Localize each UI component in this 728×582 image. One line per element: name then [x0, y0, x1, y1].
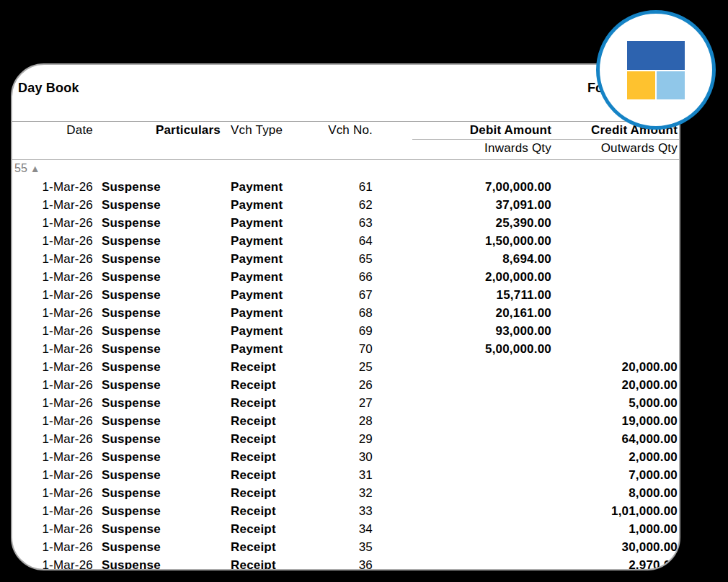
table-row[interactable]: 1-Mar-26 Suspense Receipt 28 19,000.00 [12, 412, 679, 430]
cell-vch-type: Receipt [221, 520, 321, 538]
table-row[interactable]: 1-Mar-26 Suspense Payment 70 5,00,000.00 [12, 340, 679, 358]
cell-debit-amount [373, 538, 551, 556]
table-header-row: Date Particulars Vch Type Vch No. Debit … [12, 122, 679, 138]
table-row[interactable]: 1-Mar-26 Suspense Receipt 35 30,000.00 [12, 538, 679, 556]
cell-debit-amount [373, 358, 551, 376]
table-row[interactable]: 1-Mar-26 Suspense Receipt 31 7,000.00 [12, 466, 679, 484]
cell-date: 1-Mar-26 [12, 394, 93, 412]
cell-credit-amount [551, 196, 679, 214]
table-row[interactable]: 1-Mar-26 Suspense Receipt 32 8,000.00 [12, 484, 679, 502]
cell-particulars: Suspense [93, 412, 221, 430]
table-row[interactable]: 1-Mar-26 Suspense Receipt 36 2,970.00 [12, 556, 679, 570]
cell-debit-amount [373, 448, 551, 466]
cell-date: 1-Mar-26 [12, 358, 93, 376]
cell-date: 1-Mar-26 [12, 214, 93, 232]
cell-particulars: Suspense [93, 520, 221, 538]
column-header-particulars: Particulars [93, 122, 221, 138]
cell-vch-no: 66 [321, 268, 373, 286]
cell-particulars: Suspense [93, 466, 221, 484]
cell-vch-type: Payment [221, 268, 321, 286]
cell-particulars: Suspense [93, 250, 221, 268]
cell-vch-no: 64 [321, 232, 373, 250]
title-separator-line [12, 121, 679, 122]
cell-debit-amount [373, 394, 551, 412]
cell-vch-type: Payment [221, 178, 321, 196]
column-header-date: Date [12, 122, 93, 138]
header-bottom-line [12, 159, 679, 160]
cell-vch-no: 28 [321, 412, 373, 430]
table-row[interactable]: 1-Mar-26 Suspense Payment 69 93,000.00 [12, 322, 679, 340]
table-row[interactable]: 1-Mar-26 Suspense Receipt 25 20,000.00 [12, 358, 679, 376]
cell-vch-type: Receipt [221, 538, 321, 556]
cell-vch-no: 26 [321, 376, 373, 394]
cell-particulars: Suspense [93, 430, 221, 448]
table-row[interactable]: 1-Mar-26 Suspense Receipt 30 2,000.00 [12, 448, 679, 466]
cell-particulars: Suspense [93, 268, 221, 286]
cell-credit-amount [551, 286, 679, 304]
cell-debit-amount: 37,091.00 [373, 196, 551, 214]
cell-credit-amount: 8,000.00 [551, 484, 679, 502]
cell-debit-amount [373, 466, 551, 484]
cell-debit-amount [373, 556, 551, 570]
cell-debit-amount: 25,390.00 [373, 214, 551, 232]
cell-vch-type: Receipt [221, 412, 321, 430]
cell-credit-amount [551, 268, 679, 286]
cell-vch-type: Receipt [221, 376, 321, 394]
cell-debit-amount [373, 430, 551, 448]
table-row[interactable]: 1-Mar-26 Suspense Payment 64 1,50,000.00 [12, 232, 679, 250]
cell-date: 1-Mar-26 [12, 304, 93, 322]
table-row[interactable]: 1-Mar-26 Suspense Receipt 27 5,000.00 [12, 394, 679, 412]
amount-header-underline [412, 139, 679, 140]
cell-particulars: Suspense [93, 214, 221, 232]
cell-credit-amount [551, 214, 679, 232]
cell-vch-type: Payment [221, 196, 321, 214]
cell-vch-type: Receipt [221, 358, 321, 376]
cell-date: 1-Mar-26 [12, 430, 93, 448]
cell-particulars: Suspense [93, 232, 221, 250]
cell-date: 1-Mar-26 [12, 466, 93, 484]
cell-vch-type: Payment [221, 322, 321, 340]
cell-debit-amount: 1,50,000.00 [373, 232, 551, 250]
tally-logo-badge [596, 10, 716, 130]
cell-credit-amount: 2,970.00 [551, 556, 679, 570]
cell-particulars: Suspense [93, 322, 221, 340]
cell-credit-amount [551, 304, 679, 322]
cell-vch-no: 33 [321, 502, 373, 520]
cell-vch-type: Receipt [221, 448, 321, 466]
table-subheader-row: Inwards Qty Outwards Qty [12, 140, 679, 156]
cell-vch-type: Receipt [221, 430, 321, 448]
cell-vch-no: 65 [321, 250, 373, 268]
cell-date: 1-Mar-26 [12, 502, 93, 520]
cell-date: 1-Mar-26 [12, 250, 93, 268]
cell-date: 1-Mar-26 [12, 196, 93, 214]
table-row[interactable]: 1-Mar-26 Suspense Receipt 29 64,000.00 [12, 430, 679, 448]
table-row[interactable]: 1-Mar-26 Suspense Payment 63 25,390.00 [12, 214, 679, 232]
scroll-up-arrow-icon: ▲ [27, 163, 40, 174]
table-row[interactable]: 1-Mar-26 Suspense Payment 65 8,694.00 [12, 250, 679, 268]
cell-credit-amount [551, 178, 679, 196]
daybook-window: Day Book Fo Date Particulars Vch Type Vc… [11, 63, 680, 570]
table-row[interactable]: 1-Mar-26 Suspense Payment 62 37,091.00 [12, 196, 679, 214]
cell-particulars: Suspense [93, 448, 221, 466]
cell-vch-no: 70 [321, 340, 373, 358]
table-row[interactable]: 1-Mar-26 Suspense Receipt 33 1,01,000.00 [12, 502, 679, 520]
column-header-vch-type: Vch Type [221, 122, 321, 138]
table-row[interactable]: 1-Mar-26 Suspense Receipt 26 20,000.00 [12, 376, 679, 394]
table-row[interactable]: 1-Mar-26 Suspense Payment 66 2,00,000.00 [12, 268, 679, 286]
table-body: 1-Mar-26 Suspense Payment 61 7,00,000.00… [12, 178, 679, 570]
cell-particulars: Suspense [93, 304, 221, 322]
cell-date: 1-Mar-26 [12, 520, 93, 538]
table-row[interactable]: 1-Mar-26 Suspense Payment 61 7,00,000.00 [12, 178, 679, 196]
table-row[interactable]: 1-Mar-26 Suspense Payment 67 15,711.00 [12, 286, 679, 304]
scroll-up-indicator[interactable]: 55▲ [14, 161, 40, 176]
table-row[interactable]: 1-Mar-26 Suspense Receipt 34 1,000.00 [12, 520, 679, 538]
cell-date: 1-Mar-26 [12, 412, 93, 430]
cell-vch-no: 61 [321, 178, 373, 196]
cell-vch-type: Payment [221, 286, 321, 304]
cell-debit-amount: 20,161.00 [373, 304, 551, 322]
table-row[interactable]: 1-Mar-26 Suspense Payment 68 20,161.00 [12, 304, 679, 322]
cell-particulars: Suspense [93, 484, 221, 502]
cell-vch-type: Receipt [221, 502, 321, 520]
cell-particulars: Suspense [93, 358, 221, 376]
cell-vch-no: 30 [321, 448, 373, 466]
